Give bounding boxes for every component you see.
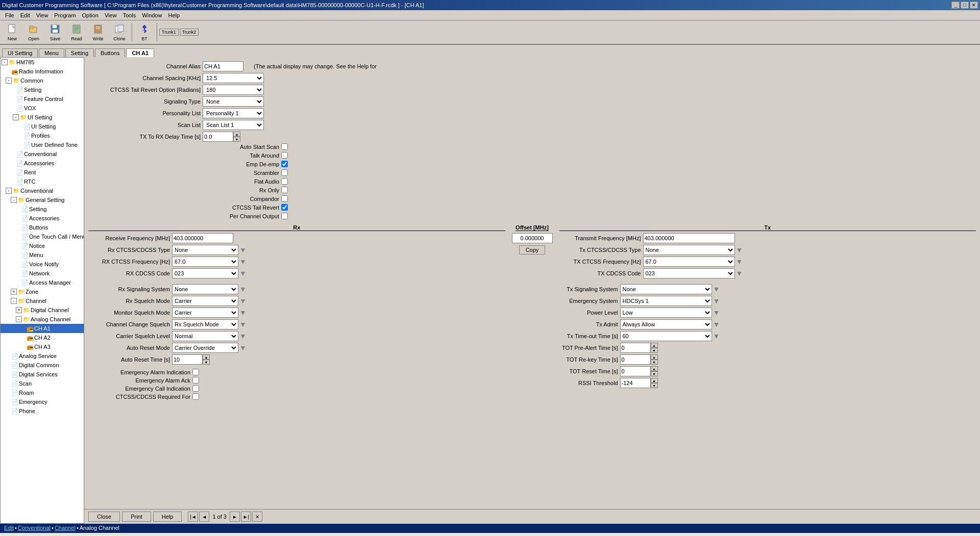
tree-rtc[interactable]: 📄 RTC — [1, 177, 84, 186]
carrier-squelch-dropdown-icon[interactable]: ▼ — [239, 332, 247, 340]
tx-admit-dropdown-icon[interactable]: ▼ — [713, 320, 720, 328]
emp-de-emp-checkbox[interactable] — [281, 161, 288, 167]
tree-analog-service[interactable]: 📄 Analog Service — [1, 351, 84, 361]
rx-squelch-select[interactable]: Carrier — [172, 296, 238, 306]
ui-setting-expand-icon[interactable]: - — [13, 114, 19, 120]
rssi-threshold-up[interactable]: ▲ — [651, 378, 658, 383]
common-expand-icon[interactable]: - — [6, 78, 12, 84]
prev-page-button[interactable]: ◄ — [199, 512, 209, 522]
tx-cdcss-dropdown-icon[interactable]: ▼ — [736, 269, 743, 277]
tab-menu[interactable]: Menu — [39, 48, 64, 57]
rx-ctcss-dropdown-icon[interactable]: ▼ — [239, 246, 247, 254]
tree-vox[interactable]: 📄 VOX — [1, 104, 84, 113]
tree-general-setting[interactable]: - 📁 General Setting — [1, 195, 84, 205]
emergency-call-ind-checkbox[interactable] — [192, 385, 199, 392]
tab-setting[interactable]: Setting — [65, 48, 94, 57]
rssi-threshold-input[interactable] — [620, 378, 651, 388]
tree-gen-setting[interactable]: 📄 Setting — [1, 205, 84, 214]
tot-rekey-up[interactable]: ▲ — [651, 354, 658, 360]
root-expand-icon[interactable]: - — [2, 59, 8, 65]
tx-cdcss-select[interactable]: 023 — [643, 268, 735, 278]
menu-help[interactable]: Help — [165, 11, 183, 19]
rx-signaling-select[interactable]: None — [172, 284, 238, 294]
auto-start-scan-checkbox[interactable] — [281, 143, 288, 150]
personality-list-select[interactable]: Personality 1 — [203, 108, 264, 118]
breadcrumb-channel[interactable]: Channel — [55, 525, 76, 531]
breadcrumb-edit[interactable]: Edit — [4, 525, 14, 531]
emergency-system-dropdown-icon[interactable]: ▼ — [713, 297, 720, 305]
tree-ui-setting-item[interactable]: 📄 UI Setting — [1, 122, 84, 131]
emergency-alarm-ack-checkbox[interactable] — [192, 377, 199, 384]
minimize-button[interactable]: _ — [951, 2, 960, 9]
tree-accessories[interactable]: 📄 Accessories — [1, 159, 84, 168]
breadcrumb-conventional[interactable]: Conventional — [18, 525, 51, 531]
tree-scan[interactable]: 📄 Scan — [1, 379, 84, 388]
talk-around-checkbox[interactable] — [281, 152, 288, 159]
tab-buttons[interactable]: Buttons — [95, 48, 125, 57]
help-button[interactable]: Help — [153, 512, 182, 522]
tree-conventional-item[interactable]: 📄 Conventional — [1, 149, 84, 159]
tot-reset-down[interactable]: ▼ — [651, 371, 658, 376]
zone-expand-icon[interactable]: + — [11, 289, 17, 295]
tree-analog-channel[interactable]: - 📁 Analog Channel — [1, 315, 84, 324]
menu-view[interactable]: View — [33, 11, 52, 19]
tree-rent[interactable]: 📄 Rent — [1, 168, 84, 177]
tx-signaling-dropdown-icon[interactable]: ▼ — [713, 285, 720, 293]
rx-signaling-dropdown-icon[interactable]: ▼ — [239, 285, 247, 293]
tx-ctcss-dropdown-icon[interactable]: ▼ — [736, 246, 743, 254]
tx-rx-delay-down[interactable]: ▼ — [233, 137, 240, 142]
tree-ch-a2[interactable]: 📻 CH A2 — [1, 333, 84, 342]
toolbar-write-button[interactable]: Write — [88, 22, 108, 42]
tx-ctcss-freq-select[interactable]: 67.0 — [643, 257, 735, 267]
tree-one-touch[interactable]: 📄 One Touch Call / Menu — [1, 232, 84, 241]
menu-view2[interactable]: View — [102, 11, 120, 19]
tx-timeout-dropdown-icon[interactable]: ▼ — [713, 332, 720, 340]
tab-ch-a1[interactable]: CH A1 — [126, 48, 154, 57]
menu-program[interactable]: Program — [51, 11, 79, 19]
tree-digital-common[interactable]: 📄 Digital Common — [1, 361, 84, 370]
scan-list-select[interactable]: Scan List 1 — [203, 120, 264, 130]
ctcss-tail-revert-select[interactable]: 180 — [203, 85, 264, 95]
auto-reset-time-input[interactable] — [172, 354, 203, 365]
power-level-select[interactable]: Low — [620, 308, 712, 318]
carrier-squelch-select[interactable]: Normal — [172, 331, 238, 341]
channel-spacing-select[interactable]: 12.5 25 — [203, 73, 264, 83]
tree-gen-accessories[interactable]: 📄 Accessories — [1, 214, 84, 223]
auto-reset-mode-dropdown-icon[interactable]: ▼ — [239, 344, 247, 352]
tree-buttons[interactable]: 📄 Buttons — [1, 223, 84, 232]
print-button[interactable]: Print — [122, 512, 151, 522]
ctcss-cdcss-req-checkbox[interactable] — [192, 393, 199, 400]
tree-phone[interactable]: 📄 Phone — [1, 406, 84, 416]
first-page-button[interactable]: |◄ — [188, 512, 198, 522]
rssi-threshold-down[interactable]: ▼ — [651, 383, 658, 388]
tree-digital-services[interactable]: 📄 Digital Services — [1, 370, 84, 379]
channel-change-dropdown-icon[interactable]: ▼ — [239, 320, 247, 328]
rx-ctcss-freq-dropdown-icon[interactable]: ▼ — [239, 258, 247, 266]
channel-alias-input[interactable] — [203, 61, 243, 71]
menu-window[interactable]: Window — [139, 11, 165, 19]
tree-ui-setting-folder[interactable]: - 📁 UI Setting — [1, 113, 84, 122]
tree-access-manager[interactable]: 📄 Access Manager — [1, 278, 84, 287]
trunk1-button[interactable]: Trunk1 — [159, 29, 179, 36]
auto-reset-mode-select[interactable]: Carrier Override — [172, 343, 238, 353]
toolbar-read-button[interactable]: Read — [66, 22, 87, 42]
menu-file[interactable]: File — [2, 11, 17, 19]
tree-ch-a3[interactable]: 📻 CH A3 — [1, 342, 84, 351]
offset-input[interactable] — [512, 233, 553, 243]
flat-audio-checkbox[interactable] — [281, 178, 288, 185]
tot-reset-input[interactable] — [620, 366, 651, 376]
digital-channel-expand-icon[interactable]: + — [16, 307, 22, 313]
ctcss-tail-revert-checkbox[interactable] — [281, 204, 288, 211]
tree-zone[interactable]: + 📁 Zone — [1, 287, 84, 296]
next-page-button[interactable]: ► — [230, 512, 240, 522]
toolbar-new-button[interactable]: New — [2, 22, 22, 42]
maximize-button[interactable]: □ — [961, 2, 969, 9]
tree-setting[interactable]: 📄 Setting — [1, 85, 84, 94]
channel-change-select[interactable]: Rx Squelch Mode — [172, 319, 238, 329]
tree-user-defined-tone[interactable]: 📄 User Defined Tone — [1, 140, 84, 149]
tab-ui-setting[interactable]: UI Setting — [2, 48, 38, 57]
tree-network[interactable]: 📄 Network — [1, 269, 84, 278]
tree-voice-notify[interactable]: 📄 Voice Notify — [1, 260, 84, 269]
tx-signaling-select[interactable]: None — [620, 284, 712, 294]
rx-ctcss-select[interactable]: None — [172, 245, 238, 255]
